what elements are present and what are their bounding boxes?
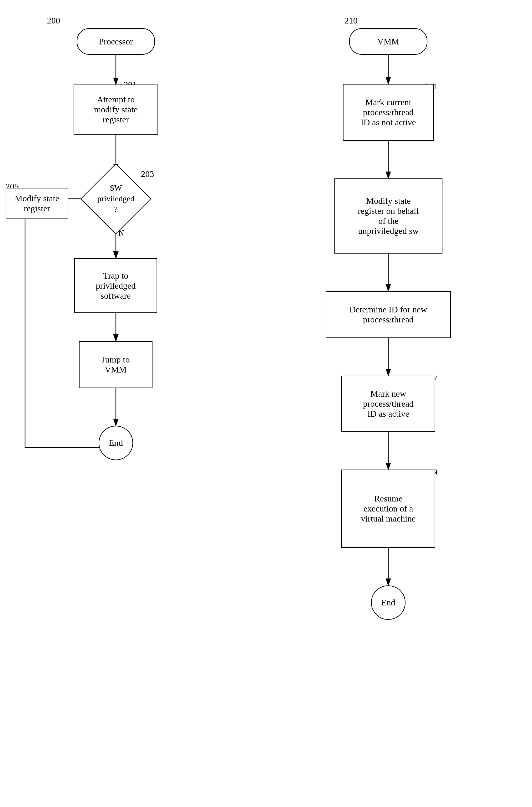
jump-vmm-shape: Jump to VMM — [79, 341, 152, 388]
sw-privileged-label: SW priviledged ? — [97, 183, 134, 214]
sw-privileged-diamond: SW priviledged ? — [88, 171, 144, 227]
mark-new-shape: Mark new process/thread ID as active — [341, 376, 435, 432]
end-circle-right: End — [371, 585, 405, 620]
modify-state-213-label: Modify state register on behalf of the u… — [358, 196, 419, 236]
modify-state-205-shape: Modify state register — [6, 188, 68, 219]
vmm-label: VMM — [377, 37, 399, 46]
ref-210-label: 210 — [344, 16, 358, 26]
vmm-shape: VMM — [349, 28, 428, 55]
n-label: N — [118, 229, 124, 238]
attempt-modify-shape: Attempt to modify state register — [74, 84, 158, 135]
diagram: 200 Processor 201 Attempt to modify stat… — [0, 0, 532, 807]
end-label-right: End — [381, 598, 395, 608]
ref-200-label: 200 — [47, 16, 60, 26]
modify-state-213-shape: Modify state register on behalf of the u… — [335, 178, 442, 253]
processor-label: Processor — [99, 37, 133, 46]
end-circle-left: End — [99, 426, 133, 460]
end-label-left: End — [109, 438, 123, 448]
trap-shape: Trap to priviledged software — [74, 258, 157, 313]
determine-id-shape: Determine ID for new process/thread — [326, 291, 451, 338]
mark-current-shape: Mark current process/thread ID as not ac… — [343, 84, 434, 141]
trap-label: Trap to priviledged software — [96, 271, 136, 301]
processor-shape: Processor — [77, 28, 155, 55]
mark-current-label: Mark current process/thread ID as not ac… — [361, 97, 416, 128]
attempt-modify-label: Attempt to modify state register — [94, 95, 137, 124]
resume-shape: Resume execution of a virtual machine — [341, 469, 435, 548]
jump-vmm-label: Jump to VMM — [102, 355, 130, 375]
modify-state-205-label: Modify state register — [15, 193, 59, 213]
resume-label: Resume execution of a virtual machine — [361, 494, 416, 524]
determine-id-label: Determine ID for new process/thread — [349, 305, 427, 325]
mark-new-label: Mark new process/thread ID as active — [363, 389, 414, 419]
